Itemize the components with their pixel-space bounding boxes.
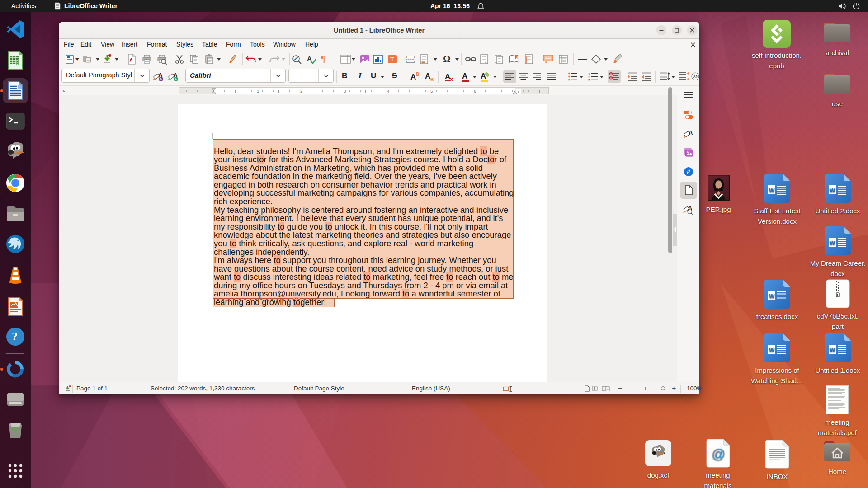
svg-text:2: 2 <box>588 75 590 79</box>
svg-text:?: ? <box>12 330 18 343</box>
svg-text:¶: ¶ <box>321 54 325 64</box>
svg-text:W: W <box>769 293 775 300</box>
svg-text:B: B <box>416 72 419 77</box>
svg-text:W: W <box>830 239 835 246</box>
svg-text:B: B <box>430 77 434 82</box>
svg-text:W: W <box>830 347 835 353</box>
svg-text:A: A <box>425 72 430 80</box>
svg-text:W: W <box>769 187 775 194</box>
svg-text:3: 3 <box>588 79 590 82</box>
svg-text:A: A <box>307 55 312 62</box>
svg-text:1: 1 <box>588 72 590 75</box>
svg-text:W: W <box>769 347 775 353</box>
svg-text:A: A <box>445 72 450 81</box>
svg-text:W: W <box>830 187 835 194</box>
svg-text:T: T <box>390 56 394 63</box>
svg-text:@: @ <box>712 446 725 461</box>
svg-text:Ω: Ω <box>443 54 451 64</box>
svg-text:1: 1 <box>485 60 487 64</box>
svg-text:A: A <box>410 73 416 81</box>
svg-text:A: A <box>689 129 693 136</box>
svg-text:A: A <box>462 72 467 80</box>
svg-text:A: A <box>481 72 486 80</box>
